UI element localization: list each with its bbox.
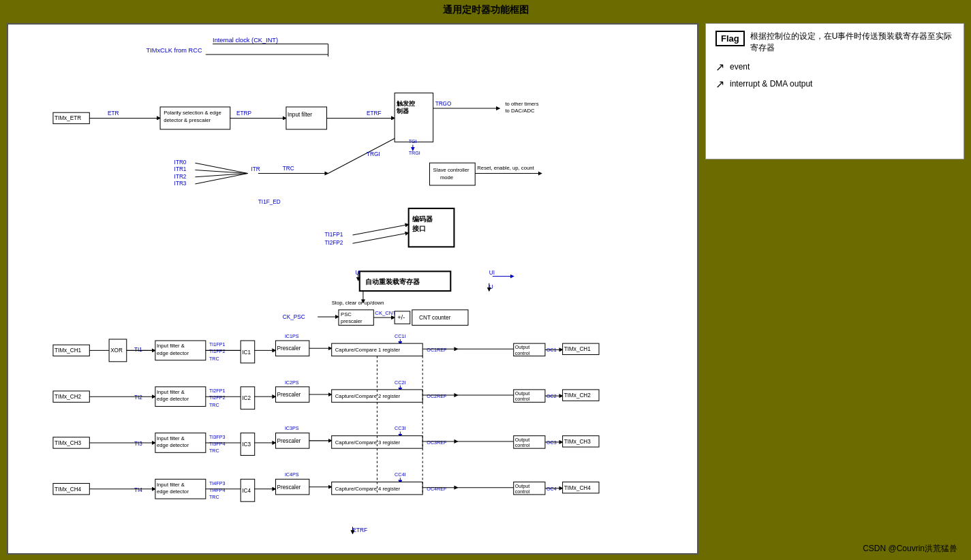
svg-text:IC2: IC2	[242, 395, 251, 401]
svg-text:TI2FP2: TI2FP2	[324, 240, 343, 246]
legend-flag-description: 根据控制位的设定，在U事件时传送预装载寄存器至实际寄存器	[750, 31, 954, 54]
svg-text:Input filter &: Input filter &	[157, 482, 185, 488]
svg-text:CC1I: CC1I	[395, 334, 405, 339]
svg-text:Capture/Compare 4 register: Capture/Compare 4 register	[335, 486, 401, 492]
svg-text:ITR2: ITR2	[174, 174, 187, 180]
svg-text:TIMx_ETR: TIMx_ETR	[55, 115, 81, 121]
svg-text:ITR0: ITR0	[174, 159, 187, 166]
svg-text:control: control	[515, 443, 530, 448]
svg-text:Input filter &: Input filter &	[157, 435, 185, 441]
svg-text:Capture/Compare 3 register: Capture/Compare 3 register	[335, 439, 401, 446]
svg-text:IC4PS: IC4PS	[285, 472, 299, 478]
svg-text:U: U	[356, 270, 360, 276]
svg-text:ETR: ETR	[108, 110, 119, 116]
diagram-area: Internal clock (CK_INT) TIMxCLK from RCC…	[7, 23, 698, 555]
svg-text:TI4: TI4	[134, 487, 142, 493]
event-label: event	[730, 62, 750, 72]
svg-text:edge detector: edge detector	[157, 396, 189, 402]
svg-text:Input filter &: Input filter &	[157, 389, 185, 395]
svg-text:ITR3: ITR3	[174, 181, 187, 187]
svg-text:TIMx_CH4: TIMx_CH4	[55, 486, 82, 493]
svg-text:编码器: 编码器	[412, 215, 433, 223]
svg-text:PSC: PSC	[341, 311, 352, 317]
svg-text:U: U	[489, 284, 493, 290]
svg-text:TI1FP1: TI1FP1	[324, 232, 343, 238]
svg-text:TI3: TI3	[134, 441, 142, 447]
svg-text:ETRF: ETRF	[353, 527, 367, 533]
svg-text:TI3FP4: TI3FP4	[209, 441, 226, 447]
svg-text:自动重装载寄存器: 自动重装载寄存器	[365, 278, 420, 285]
svg-text:prescaler: prescaler	[341, 318, 363, 324]
svg-text:TI4FP4: TI4FP4	[209, 488, 226, 493]
svg-line-53	[353, 233, 409, 243]
svg-text:TRGI: TRGI	[367, 151, 380, 157]
svg-line-52	[353, 225, 409, 235]
svg-text:制器: 制器	[396, 108, 410, 114]
svg-text:IC3PS: IC3PS	[285, 426, 299, 431]
svg-text:Internal clock (CK_INT): Internal clock (CK_INT)	[213, 37, 278, 44]
svg-text:edge detector: edge detector	[157, 488, 189, 495]
svg-text:Prescaler: Prescaler	[277, 345, 301, 352]
svg-text:TRC: TRC	[209, 356, 219, 362]
svg-text:Polarity selection & edge: Polarity selection & edge	[164, 110, 221, 116]
svg-text:to DAC/ADC: to DAC/ADC	[505, 108, 535, 114]
title-bar: 通用定时器功能框图	[0, 0, 971, 20]
svg-text:Slave controller: Slave controller	[433, 167, 469, 173]
svg-text:to other timers: to other timers	[505, 101, 538, 107]
svg-text:CK_PSC: CK_PSC	[283, 314, 305, 320]
svg-text:OC2: OC2	[546, 394, 557, 399]
svg-text:触发控: 触发控	[396, 100, 415, 107]
svg-line-37	[328, 138, 395, 173]
svg-text:mode: mode	[440, 174, 453, 181]
svg-text:CC2I: CC2I	[395, 380, 405, 386]
svg-text:TGI: TGI	[409, 139, 417, 144]
svg-text:Capture/Compare 1 register: Capture/Compare 1 register	[335, 347, 401, 353]
svg-text:CC4I: CC4I	[395, 472, 405, 478]
svg-text:TI1F_ED: TI1F_ED	[258, 199, 281, 205]
svg-text:Stop, clear or up/down: Stop, clear or up/down	[332, 300, 384, 306]
legend-flag-box: Flag	[715, 31, 745, 46]
svg-text:OC1: OC1	[546, 347, 557, 353]
event-icon: ↗	[715, 61, 724, 74]
svg-text:Input filter &: Input filter &	[157, 343, 185, 349]
svg-text:control: control	[515, 351, 530, 356]
svg-text:XOR: XOR	[110, 347, 123, 354]
svg-text:OC3: OC3	[546, 440, 557, 446]
svg-text:edge detector: edge detector	[157, 350, 189, 356]
svg-text:Capture/Compare 2 register: Capture/Compare 2 register	[335, 393, 401, 399]
svg-text:Prescaler: Prescaler	[277, 484, 301, 491]
svg-text:control: control	[515, 396, 530, 402]
svg-text:Prescaler: Prescaler	[277, 392, 301, 398]
svg-text:TI2FP2: TI2FP2	[209, 395, 226, 401]
svg-text:OC4REF: OC4REF	[427, 486, 447, 492]
svg-text:IC4: IC4	[242, 488, 251, 494]
svg-text:Output: Output	[515, 437, 530, 443]
svg-text:TI4FP3: TI4FP3	[209, 481, 226, 486]
svg-text:接口: 接口	[412, 225, 426, 232]
svg-text:IC3: IC3	[242, 441, 251, 448]
svg-text:+/-: +/-	[397, 314, 405, 321]
svg-text:TIMx_CH2: TIMx_CH2	[55, 394, 82, 400]
svg-text:TRC: TRC	[209, 495, 219, 500]
svg-text:ETRP: ETRP	[236, 110, 251, 116]
svg-text:CK_CNT: CK_CNT	[375, 310, 396, 316]
svg-text:Output: Output	[515, 391, 530, 396]
svg-text:OC3REF: OC3REF	[427, 440, 447, 446]
svg-text:TRGI: TRGI	[409, 151, 420, 156]
svg-text:Reset, enable, up, count: Reset, enable, up, count	[477, 165, 534, 171]
svg-text:TI1FP2: TI1FP2	[209, 349, 226, 354]
svg-text:IC1PS: IC1PS	[285, 334, 299, 339]
svg-text:TRC: TRC	[209, 448, 219, 454]
svg-text:TIMx_CH1: TIMx_CH1	[55, 347, 82, 354]
svg-text:UI: UI	[489, 270, 495, 276]
svg-text:CC3I: CC3I	[395, 426, 405, 431]
svg-text:TI2: TI2	[134, 394, 142, 401]
svg-text:detector & prescaler: detector & prescaler	[164, 117, 211, 123]
svg-text:TIMxCLK from RCC: TIMxCLK from RCC	[147, 47, 202, 54]
svg-text:ITR: ITR	[251, 166, 260, 172]
svg-text:Output: Output	[515, 345, 530, 350]
svg-text:Prescaler: Prescaler	[277, 438, 301, 444]
legend-area: Flag 根据控制位的设定，在U事件时传送预装载寄存器至实际寄存器 ↗ even…	[705, 23, 964, 159]
svg-text:TI2FP1: TI2FP1	[209, 388, 226, 394]
svg-text:TI1FP1: TI1FP1	[209, 342, 226, 347]
